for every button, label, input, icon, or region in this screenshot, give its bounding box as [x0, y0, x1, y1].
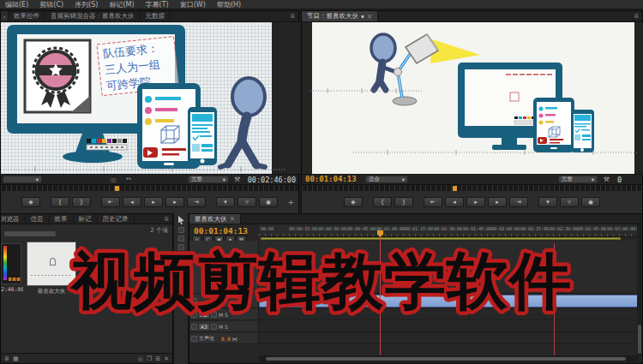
track-label[interactable]: A3 [199, 324, 209, 330]
mark-out-button[interactable]: } [394, 197, 413, 207]
solo-toggle[interactable]: S [225, 312, 228, 318]
goto-in-button[interactable]: ⇤ [101, 197, 120, 207]
menu-title[interactable]: 字幕(T) [146, 0, 169, 9]
loop-icon[interactable]: ▯▯ [111, 176, 117, 182]
goto-out-button[interactable]: ⇥ [187, 197, 206, 207]
timeline-playhead-line[interactable] [380, 237, 381, 355]
panel-menu-icon[interactable]: ≣ [286, 11, 298, 21]
goto-out-button[interactable]: ⇥ [509, 197, 528, 207]
source-viewer: 队伍要求： 三人为一组 可跨学院 [1, 22, 300, 174]
mute-toggle[interactable]: M [219, 324, 223, 330]
keyframe-icon[interactable] [211, 312, 217, 318]
mute-toggle[interactable]: M [219, 312, 223, 318]
vscrollbar-thumb[interactable] [638, 325, 641, 354]
wrench-icon[interactable]: ⚒ [234, 176, 240, 183]
program-control-bar: 00:01:04:13 适合▾ 完整▾ ⚒ 0 [302, 174, 642, 184]
source-fit-dropdown[interactable]: 完整▾ [188, 176, 229, 183]
master-meter-icon[interactable]: ⋈ [232, 336, 237, 342]
program-timecode[interactable]: 00:01:04:13 [305, 175, 357, 183]
find-icon[interactable]: ◎ [138, 355, 143, 362]
menu-clip[interactable]: 剪辑(C) [39, 0, 63, 9]
tab-effect-controls[interactable]: 效果控件 [9, 11, 45, 21]
work-area-bar[interactable] [261, 237, 621, 240]
tab-metadata[interactable]: 元数据 [141, 11, 171, 21]
tab-effects[interactable]: 效果 [50, 214, 74, 224]
hscrollbar-thumb[interactable] [266, 357, 626, 361]
keyframe-icon[interactable] [211, 324, 217, 330]
new-bin-icon[interactable]: ❐ [147, 355, 152, 362]
timeline-hscrollbar[interactable] [259, 355, 639, 362]
mark-in-button[interactable]: { [373, 197, 392, 207]
lock-icon[interactable] [191, 298, 197, 304]
wrench-icon[interactable]: ⚒ [604, 176, 610, 183]
add-marker-button[interactable]: ◈ [21, 197, 40, 207]
export-frame-button[interactable]: ◉ [259, 197, 278, 207]
panel-menu-icon[interactable]: ≣ [160, 214, 172, 224]
project-item-sequence-thumbnail[interactable] [27, 242, 76, 286]
step-forward-button[interactable]: ▸ [165, 197, 184, 207]
project-bottom-bar: ≣ ▦ ◎ ❐ ⊞ ✕ [1, 353, 172, 363]
selection-tool-icon[interactable] [177, 216, 185, 224]
mark-out-button[interactable]: } [72, 197, 91, 207]
track-row-a3: A3 M S [189, 321, 642, 332]
menu-window[interactable]: 窗口(W) [180, 0, 206, 9]
insert-button[interactable]: ▾ [216, 197, 235, 207]
step-forward-button[interactable]: ▸ [488, 197, 507, 207]
tab-sequence[interactable]: 最喜欢大伙 × [189, 214, 241, 224]
lock-icon[interactable] [191, 324, 197, 330]
walking-figure-illustration [220, 78, 265, 167]
close-icon[interactable]: × [230, 215, 236, 223]
tab-history[interactable]: 历史记录 [98, 214, 135, 224]
tab-markers[interactable]: 标记 [74, 214, 98, 224]
timeline-vscrollbar[interactable] [637, 224, 642, 355]
lock-icon[interactable] [191, 336, 197, 342]
panel-menu-icon[interactable]: ≣ [630, 11, 642, 21]
program-zoom-dropdown[interactable]: 适合▾ [365, 176, 408, 183]
tab-program[interactable]: 节目：最喜欢大伙 ▾ × [302, 11, 378, 21]
overwrite-button[interactable]: ▿ [237, 197, 256, 207]
tab-media-browser[interactable]: 媒体浏览器 [1, 214, 26, 224]
lock-icon[interactable] [191, 312, 197, 318]
add-marker-button[interactable]: ◈ [344, 197, 363, 207]
play-button[interactable]: ▸ [144, 197, 163, 207]
tab-info[interactable]: 信息 [26, 214, 50, 224]
new-item-icon[interactable]: ⊞ [155, 355, 160, 362]
timeline-ruler[interactable]: 00:00 00:00:15:00 00:00:30:00 00:00:45:0… [259, 224, 639, 237]
clear-icon[interactable]: ✕ [164, 355, 169, 362]
menu-marker[interactable]: 标记(M) [109, 0, 134, 9]
timeline-timecode[interactable]: 00:01:04:13 [194, 226, 248, 236]
lift-button[interactable]: ▾ [538, 197, 557, 207]
source-scrub-bar[interactable] [1, 184, 298, 191]
step-back-button[interactable]: ◂ [123, 197, 141, 207]
project-item-clip-thumbnail[interactable] [1, 243, 21, 284]
settings-icon[interactable]: ↔ [126, 176, 131, 182]
plus-icon[interactable]: + [287, 198, 294, 206]
step-back-button[interactable]: ◂ [445, 197, 464, 207]
track-label[interactable]: A2 [199, 312, 209, 318]
audio-clip-a1[interactable] [259, 295, 639, 307]
solo-toggle[interactable]: S [225, 324, 228, 330]
master-level-value[interactable]: 0.0 [221, 336, 231, 342]
chevron-down-icon[interactable]: ▾ [361, 13, 364, 21]
track-select-tool-icon[interactable] [178, 227, 184, 233]
menu-edit[interactable]: 编辑(E) [5, 0, 28, 9]
mark-in-button[interactable]: { [51, 197, 69, 207]
source-left-dropdown[interactable]: ▾ [3, 176, 42, 183]
panel-close-icon[interactable]: × [1, 11, 9, 21]
program-quality-dropdown[interactable]: 完整▾ [558, 176, 598, 183]
ripple-edit-tool-icon[interactable] [178, 236, 184, 242]
menu-help[interactable]: 帮助(H) [217, 0, 241, 9]
tab-audio-clip-mixer[interactable]: 音频剪辑混合器：最喜欢大伙 [45, 11, 141, 21]
menu-sequence[interactable]: 序列(S) [75, 0, 98, 9]
zoom-tool-icon[interactable] [177, 296, 185, 305]
list-view-icon[interactable]: ≣ [4, 355, 9, 362]
extract-button[interactable]: ▿ [560, 197, 579, 207]
icon-view-icon[interactable]: ▦ [13, 355, 19, 362]
play-button[interactable]: ▸ [466, 197, 485, 207]
goto-in-button[interactable]: ⇤ [424, 197, 442, 207]
project-search-input[interactable] [3, 230, 57, 237]
close-icon[interactable]: × [367, 13, 373, 21]
program-scrub-bar[interactable] [302, 184, 642, 191]
export-frame-button[interactable]: ◉ [581, 197, 600, 207]
razor-tool-icon[interactable] [178, 244, 184, 250]
